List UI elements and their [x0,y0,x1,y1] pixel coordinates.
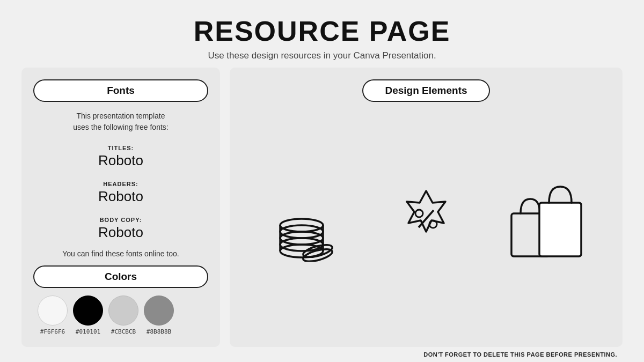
color-circle-1 [38,295,68,326]
svg-line-18 [419,210,434,227]
discount-icon-container [366,181,486,262]
color-circle-2 [73,295,103,326]
color-swatch-1: #F6F6F6 [38,295,68,335]
font-row-titles: TITLES: Roboto [33,143,208,169]
color-circle-4 [144,295,174,326]
left-panel: Fonts This presentation template uses th… [21,68,220,347]
color-swatch-2: #010101 [73,295,103,335]
color-circle-3 [108,295,138,326]
discount-icon [389,181,464,262]
fonts-online-note: You can find these fonts online too. [33,249,208,258]
svg-marker-15 [407,191,445,232]
color-swatch-4: #8B8B8B [144,295,174,335]
coins-icon [268,181,343,262]
font-row-headers: HEADERS: Roboto [33,179,208,205]
color-hex-3: #CBCBCB [111,328,136,335]
shopping-bags-icon-container [486,179,606,264]
font-row-body: BODY COPY: Roboto [33,215,208,241]
coins-icon-container [246,181,366,262]
fonts-label: Fonts [33,79,208,102]
svg-point-16 [415,210,423,217]
color-swatches: #F6F6F6 #010101 #CBCBCB #8B8B8B [33,295,208,335]
svg-rect-20 [539,203,581,256]
page-title: RESOURCE PAGE [194,15,451,47]
right-panel: Design Elements [230,68,623,347]
color-hex-1: #F6F6F6 [40,328,65,335]
colors-label: Colors [33,265,208,288]
icons-row [246,107,606,335]
fonts-description: This presentation template uses the foll… [33,110,208,133]
page-subtitle: Use these design resources in your Canva… [194,50,451,61]
design-elements-label: Design Elements [362,79,489,102]
footer-note: DON'T FORGET TO DELETE THIS PAGE BEFORE … [0,347,644,362]
shopping-bags-icon [501,179,592,264]
color-hex-2: #010101 [76,328,100,335]
color-swatch-3: #CBCBCB [108,295,138,335]
page-header: RESOURCE PAGE Use these design resources… [194,0,451,68]
color-hex-4: #8B8B8B [147,328,171,335]
main-content: Fonts This presentation template uses th… [0,68,644,347]
colors-section: Colors #F6F6F6 #010101 #CBCBCB #8B8B8B [33,265,208,335]
